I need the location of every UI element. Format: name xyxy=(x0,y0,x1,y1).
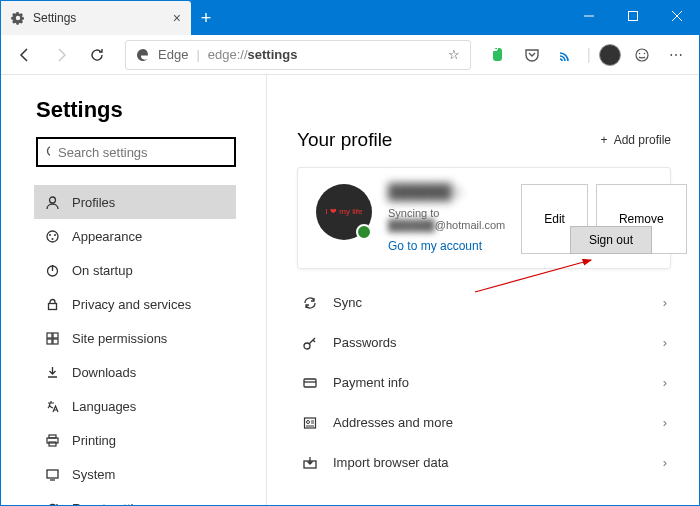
search-input[interactable] xyxy=(58,145,226,160)
close-window-button[interactable] xyxy=(655,1,699,31)
sidebar-item-label: Profiles xyxy=(72,195,115,210)
sidebar-item-profiles[interactable]: Profiles xyxy=(34,185,236,219)
forward-button[interactable] xyxy=(47,41,75,69)
svg-point-12 xyxy=(54,234,56,236)
sidebar: Settings ProfilesAppearanceOn startupPri… xyxy=(1,75,266,505)
setting-row-passwords[interactable]: Passwords› xyxy=(297,323,671,363)
svg-point-10 xyxy=(47,231,58,242)
chevron-right-icon: › xyxy=(663,335,667,350)
svg-point-9 xyxy=(49,197,55,203)
add-profile-button[interactable]: + Add profile xyxy=(601,133,671,147)
svg-point-6 xyxy=(644,52,646,54)
sign-out-button[interactable]: Sign out xyxy=(570,226,652,254)
favorite-icon[interactable]: ☆ xyxy=(448,47,460,62)
profile-name: ██████ t xyxy=(388,184,505,201)
maximize-button[interactable] xyxy=(611,1,655,31)
svg-rect-19 xyxy=(47,339,52,344)
svg-point-7 xyxy=(48,147,51,156)
account-link[interactable]: Go to my account xyxy=(388,239,482,253)
row-label: Addresses and more xyxy=(333,415,453,430)
search-icon xyxy=(46,145,50,159)
sidebar-item-appearance[interactable]: Appearance xyxy=(34,219,236,253)
setting-row-payment-info[interactable]: Payment info› xyxy=(297,363,671,403)
key-icon xyxy=(301,335,319,351)
feedback-icon[interactable] xyxy=(629,42,655,68)
appearance-icon xyxy=(44,228,60,244)
address-icon xyxy=(301,415,319,431)
page-title: Your profile xyxy=(297,129,392,151)
site-icon xyxy=(44,330,60,346)
chevron-right-icon: › xyxy=(663,295,667,310)
language-icon xyxy=(44,398,60,414)
toolbar: Edge | edge://settings ☆ | ⋯ xyxy=(1,35,699,75)
close-tab-icon[interactable]: × xyxy=(173,10,181,26)
chevron-right-icon: › xyxy=(663,375,667,390)
svg-point-13 xyxy=(51,238,53,240)
sidebar-item-privacy-and-services[interactable]: Privacy and services xyxy=(34,287,236,321)
sidebar-item-label: On startup xyxy=(72,263,133,278)
svg-point-30 xyxy=(307,420,310,423)
cast-icon[interactable] xyxy=(553,42,579,68)
address-label: Edge xyxy=(158,47,188,62)
sidebar-item-label: Site permissions xyxy=(72,331,167,346)
profile-avatar-button[interactable] xyxy=(599,44,621,66)
settings-heading: Settings xyxy=(36,97,236,123)
sidebar-item-printing[interactable]: Printing xyxy=(34,423,236,457)
status-badge xyxy=(356,224,372,240)
system-icon xyxy=(44,466,60,482)
svg-rect-27 xyxy=(304,379,316,387)
back-button[interactable] xyxy=(11,41,39,69)
power-icon xyxy=(44,262,60,278)
svg-rect-18 xyxy=(53,333,58,338)
edge-icon xyxy=(136,48,150,62)
row-label: Payment info xyxy=(333,375,409,390)
gear-icon xyxy=(11,11,25,25)
setting-row-sync[interactable]: Sync› xyxy=(297,283,671,323)
svg-rect-1 xyxy=(629,12,638,21)
sidebar-item-label: Appearance xyxy=(72,229,142,244)
sidebar-item-languages[interactable]: Languages xyxy=(34,389,236,423)
refresh-button[interactable] xyxy=(83,41,111,69)
sidebar-item-downloads[interactable]: Downloads xyxy=(34,355,236,389)
svg-point-5 xyxy=(639,52,641,54)
title-bar: Settings × + xyxy=(1,1,699,35)
import-icon xyxy=(301,455,319,471)
more-icon[interactable]: ⋯ xyxy=(663,42,689,68)
sidebar-item-label: Downloads xyxy=(72,365,136,380)
sidebar-item-label: System xyxy=(72,467,115,482)
sidebar-item-on-startup[interactable]: On startup xyxy=(34,253,236,287)
minimize-button[interactable] xyxy=(567,1,611,31)
sync-icon xyxy=(301,295,319,311)
setting-row-addresses-and-more[interactable]: Addresses and more› xyxy=(297,403,671,443)
svg-point-4 xyxy=(636,49,648,61)
payment-icon xyxy=(301,375,319,391)
svg-point-11 xyxy=(49,234,51,236)
sidebar-item-label: Reset settings xyxy=(72,501,154,507)
sidebar-item-system[interactable]: System xyxy=(34,457,236,491)
download-icon xyxy=(44,364,60,380)
browser-tab[interactable]: Settings × xyxy=(1,1,191,35)
address-url: edge://settings xyxy=(208,47,298,62)
profile-email: ██████@hotmail.com xyxy=(388,219,505,231)
sidebar-item-label: Privacy and services xyxy=(72,297,191,312)
plus-icon: + xyxy=(601,133,608,147)
main-panel: Your profile + Add profile I ❤ my life █… xyxy=(266,75,699,505)
pocket-icon[interactable] xyxy=(519,42,545,68)
evernote-icon[interactable] xyxy=(485,42,511,68)
profile-avatar: I ❤ my life xyxy=(316,184,372,240)
sidebar-item-label: Printing xyxy=(72,433,116,448)
printer-icon xyxy=(44,432,60,448)
sidebar-item-reset-settings[interactable]: Reset settings xyxy=(34,491,236,506)
chevron-right-icon: › xyxy=(663,415,667,430)
row-label: Passwords xyxy=(333,335,397,350)
search-settings[interactable] xyxy=(36,137,236,167)
address-bar[interactable]: Edge | edge://settings ☆ xyxy=(125,40,471,70)
sidebar-item-site-permissions[interactable]: Site permissions xyxy=(34,321,236,355)
setting-row-import-browser-data[interactable]: Import browser data› xyxy=(297,443,671,483)
sidebar-item-label: Languages xyxy=(72,399,136,414)
sync-label: Syncing to xyxy=(388,207,505,219)
svg-rect-16 xyxy=(48,303,56,309)
svg-rect-20 xyxy=(53,339,58,344)
profile-card: I ❤ my life ██████ t Syncing to ██████@h… xyxy=(297,167,671,269)
new-tab-button[interactable]: + xyxy=(191,3,221,33)
